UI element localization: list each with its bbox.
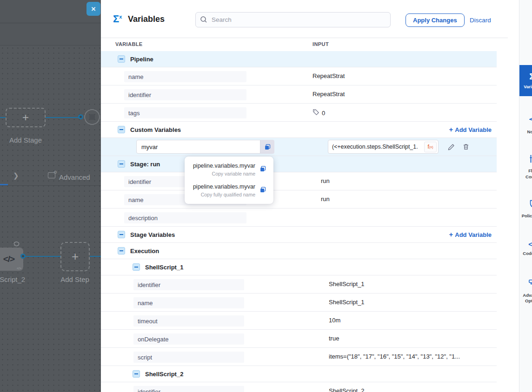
edit-variable-icon[interactable] [447,143,456,151]
right-nav-sidebar: ΣxVariablesNotifyFlow ControlPolicy Sets… [519,0,532,392]
variable-value: 10m [329,317,340,324]
variable-row-timeout: timeout10m [101,312,497,330]
sidebar-item-advanced-options[interactable]: Advanced Options [519,275,532,307]
sliders-icon [528,154,532,166]
scroll-gutter[interactable] [508,0,519,392]
tag-count: 0 [322,110,325,117]
variable-name-pill: name [133,297,244,308]
variables-panel: Σx Variables Apply Changes Discard VARIA… [101,0,508,392]
collapse-minus-icon[interactable] [118,160,125,168]
add-stage-label: Add Stage [6,136,46,144]
plus-icon: + [449,125,453,133]
sidebar-item-label: Policy Sets [520,213,532,219]
paper-plane-icon [528,114,532,127]
variable-value: items=("18", "17", "16", "15", "14", "13… [329,353,460,360]
variable-value-input[interactable]: (<+execution.steps.ShellScript_1.f(x) [328,140,439,154]
plus-icon: + [449,230,453,238]
section-row-pipeline: Pipeline [101,51,497,67]
collapse-minus-icon[interactable] [133,370,140,378]
column-variable: VARIABLE [115,41,143,47]
apply-changes-button[interactable]: Apply Changes [406,13,465,27]
add-step-node[interactable]: + [60,242,90,271]
shield-check-icon [528,199,532,211]
variable-row-identifier: identifierShellScript_1 [101,275,497,294]
copy-option-fully-qualified-name[interactable]: pipeline.variables.myvarCopy fully quali… [192,183,266,197]
expression-fx-icon[interactable]: f(x) [424,142,437,152]
column-input: INPUT [313,41,329,47]
active-tab-indicator [0,184,8,185]
add-variable-button[interactable]: +Add Variable [449,125,492,133]
copy-option-caption: Copy fully qualified name [193,192,255,197]
variable-row-identifier: identifierShellScript_2 [101,382,497,392]
canvas-dot-grid [0,46,101,392]
copy-option-title: pipeline.variables.myvar [193,163,255,169]
variable-row-tags: tags0 [101,104,497,122]
flow-gear-icon [528,278,532,290]
variable-name-pill: onDelegate [133,333,244,345]
sidebar-item-label: Variables [520,84,532,90]
search-icon [200,16,207,23]
chevron-right-icon[interactable]: ❯ [13,171,19,180]
section-row-execution: Execution [101,243,497,259]
variable-name-input[interactable] [136,140,260,154]
step-node-shellscript-2[interactable]: </></> [0,248,23,271]
variable-name-pill: name [124,71,246,82]
section-label: Custom Variables [130,126,181,133]
collapse-minus-icon[interactable] [118,247,125,255]
collapse-minus-icon[interactable] [118,231,125,238]
section-row-shellscript-1: ShellScript_1 [101,259,497,275]
section-label: ShellScript_1 [145,264,183,271]
collapse-minus-icon[interactable] [133,263,140,271]
add-variable-button[interactable]: +Add Variable [449,230,492,238]
tab-divider [0,185,101,186]
copy-icon [259,186,266,195]
variable-value: ShellScript_1 [329,281,365,287]
delete-variable-icon[interactable] [462,143,471,151]
sigma-icon: Σx [529,72,532,82]
variable-row-name: nameRepeatStrat [101,67,497,85]
stage-connector-line [0,117,6,118]
section-label: Stage Variables [130,231,175,238]
variable-value: RepeatStrat [313,91,345,98]
add-variable-label: Add Variable [455,126,492,133]
sidebar-item-variables[interactable]: ΣxVariables [519,65,532,96]
variable-name-pill: script [133,352,244,363]
section-label: ShellScript_2 [145,371,183,378]
sidebar-item-label: Advanced Options [520,293,532,304]
copy-option-variable-name[interactable]: pipeline.variables.myvarCopy variable na… [192,163,266,176]
variable-value: 0 [313,109,325,117]
table-column-headers: VARIABLE INPUT [101,38,508,51]
variable-row-script: scriptitems=("18", "17", "16", "15", "14… [101,348,497,366]
search-input[interactable] [195,12,391,27]
variable-name-pill: identifier [133,386,244,392]
panel-title: Variables [128,14,165,24]
section-row-shellscript-2: ShellScript_2 [101,366,497,382]
discard-button[interactable]: Discard [470,17,491,24]
search-box [195,12,391,27]
code-icon: </>▲ [528,240,532,248]
add-stage-node[interactable]: + [6,108,46,127]
variable-name-pill: tags [124,107,246,118]
canvas-toolbar [0,0,101,23]
sidebar-item-flow-control[interactable]: Flow Control [519,151,532,183]
collapse-minus-icon[interactable] [118,126,125,133]
section-row-stage-variables: Stage Variables+Add Variable [101,227,497,243]
custom-variable-row: (<+execution.steps.ShellScript_1.f(x) [101,138,497,156]
advanced-tab-icon: ⚙ [48,172,55,178]
sidebar-item-notify[interactable]: Notify [519,111,532,137]
variable-value: true [329,335,339,342]
copy-variable-name-button[interactable] [260,140,274,154]
collapse-minus-icon[interactable] [118,55,125,63]
sidebar-item-codebase[interactable]: </>▲Codebase [519,235,532,261]
variable-row-identifier: identifierRepeatStrat [101,85,497,104]
sidebar-item-policy-sets[interactable]: Policy Sets [519,196,532,222]
sigma-variables-icon: Σx [113,13,122,25]
close-drawer-button[interactable]: ✕ [86,2,100,16]
step-link-port [20,254,26,259]
tab-advanced[interactable]: Advanced [59,173,90,181]
stage-connector-line [46,117,81,118]
variable-value: ShellScript_1 [329,299,365,306]
variable-value: run [321,196,330,203]
variable-name-pill: description [124,212,246,223]
copy-variable-popover: pipeline.variables.myvarCopy variable na… [185,157,273,204]
